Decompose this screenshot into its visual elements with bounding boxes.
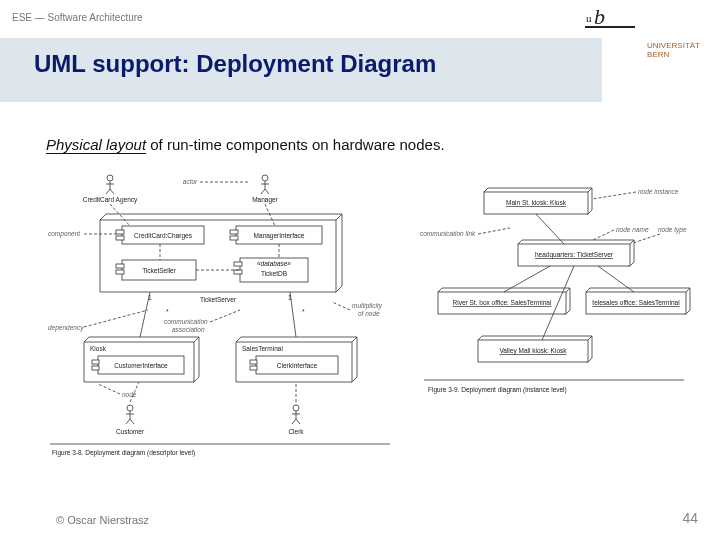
subtitle-rest: of run-time components on hardware nodes…	[146, 136, 445, 153]
svg-rect-23	[116, 264, 124, 268]
svg-text:«database»: «database»	[257, 260, 291, 267]
svg-line-4	[110, 189, 114, 194]
svg-text:TicketSeller: TicketSeller	[142, 267, 177, 274]
actor-clerk: Clerk	[288, 405, 304, 435]
footer-author: © Oscar Nierstrasz	[56, 514, 149, 526]
svg-line-73	[292, 419, 296, 424]
svg-rect-28	[234, 270, 242, 274]
node-telesales: telesales office: SalesTerminal	[586, 288, 690, 314]
svg-rect-58	[250, 360, 257, 364]
component-manager-interface: ManagerInterface	[230, 226, 322, 244]
node-valley-mall: Valley Mall kiosk: Kiosk	[478, 336, 592, 362]
svg-line-67	[130, 419, 134, 424]
actor-manager: Manager	[252, 175, 278, 204]
component-ticketdb: «database» TicketDB	[234, 258, 308, 282]
svg-text:Clerk: Clerk	[288, 428, 304, 435]
label-component: component	[48, 230, 81, 238]
svg-text:TicketDB: TicketDB	[261, 270, 287, 277]
svg-text:*: *	[302, 308, 305, 315]
svg-point-0	[107, 175, 113, 181]
label-communication-association: communication association	[164, 318, 208, 333]
svg-text:Valley Mall kiosk: Kiosk: Valley Mall kiosk: Kiosk	[499, 347, 567, 355]
svg-text:headquarters: TicketServer: headquarters: TicketServer	[535, 251, 614, 259]
svg-line-66	[126, 419, 130, 424]
university-name: UNIVERSITÄT BERN	[647, 42, 700, 60]
label-dependency: dependency	[48, 324, 84, 332]
university-logo: u b	[594, 4, 636, 40]
svg-line-74	[296, 419, 300, 424]
logo-bar	[585, 26, 635, 28]
svg-line-79	[478, 228, 510, 234]
svg-text:ManagerInterface: ManagerInterface	[254, 232, 305, 240]
page-title: UML support: Deployment Diagram	[34, 50, 436, 78]
deployment-diagram-instance: .t{font:6.5px Arial;fill:#222} .tl{font:…	[414, 172, 694, 432]
actor-customer: Customer	[116, 405, 145, 435]
svg-line-40	[210, 310, 240, 322]
label-node-type: node type	[658, 226, 687, 234]
svg-rect-24	[116, 270, 124, 274]
svg-line-61	[140, 292, 150, 337]
node-headquarters: headquarters: TicketServer	[518, 240, 634, 266]
svg-text:CreditCard Agency: CreditCard Agency	[83, 196, 138, 204]
label-multiplicity: multiplicity of node	[352, 302, 383, 317]
svg-line-54	[98, 384, 120, 394]
svg-text:ClerkInterface: ClerkInterface	[277, 362, 318, 369]
svg-rect-27	[234, 262, 242, 266]
component-clerk-interface: ClerkInterface	[250, 356, 338, 374]
svg-text:CustomerInterface: CustomerInterface	[114, 362, 168, 369]
figure-left: .t{font:6.5px Arial;fill:#222} .ti{font:…	[40, 172, 400, 462]
component-customer-interface: CustomerInterface	[92, 356, 184, 374]
figure-right: .t{font:6.5px Arial;fill:#222} .tl{font:…	[414, 172, 694, 462]
label-node-instance: node instance	[638, 188, 679, 195]
svg-line-11	[265, 189, 269, 194]
figure-left-caption: Figure 3-8. Deployment diagram (descript…	[52, 449, 195, 457]
svg-point-70	[293, 405, 299, 411]
svg-text:*: *	[166, 308, 169, 315]
svg-rect-59	[250, 366, 257, 370]
svg-rect-51	[92, 360, 99, 364]
svg-text:CreditCard:Charges: CreditCard:Charges	[134, 232, 193, 240]
svg-line-88	[536, 214, 564, 244]
university-line2: BERN	[647, 51, 700, 60]
subtitle: Physical layout of run-time components o…	[46, 136, 445, 153]
svg-line-43	[332, 302, 350, 310]
svg-rect-52	[92, 366, 99, 370]
svg-line-37	[84, 310, 148, 327]
svg-text:telesales office: SalesTermina: telesales office: SalesTerminal	[592, 299, 680, 306]
svg-text:communication: communication	[164, 318, 208, 325]
svg-rect-15	[116, 230, 124, 234]
node-kiosk: Kiosk CustomerInterface	[84, 337, 199, 382]
component-ticketseller: TicketSeller	[116, 260, 196, 280]
label-comm-link: communication link	[420, 230, 476, 237]
svg-text:multiplicity: multiplicity	[352, 302, 383, 310]
svg-point-63	[127, 405, 133, 411]
svg-text:Main St. kiosk: Kiosk: Main St. kiosk: Kiosk	[506, 199, 567, 206]
svg-line-3	[106, 189, 110, 194]
page-number: 44	[682, 510, 698, 526]
svg-text:of node: of node	[358, 310, 380, 317]
label-actor: actor	[183, 178, 198, 185]
svg-text:SalesTerminal: SalesTerminal	[242, 345, 283, 352]
node-salesterminal: SalesTerminal ClerkInterface	[236, 337, 357, 382]
svg-rect-19	[230, 230, 238, 234]
svg-line-62	[290, 292, 296, 337]
node-main-st-kiosk: Main St. kiosk: Kiosk	[484, 188, 592, 214]
svg-text:association: association	[172, 326, 205, 333]
logo-u: u	[586, 12, 592, 24]
node-ticketserver: CreditCard:Charges ManagerInterface Tick…	[100, 214, 342, 303]
svg-text:Kiosk: Kiosk	[90, 345, 107, 352]
component-credit-charges: CreditCard:Charges	[116, 226, 204, 244]
svg-rect-16	[116, 236, 124, 240]
svg-text:Manager: Manager	[252, 196, 278, 204]
deployment-diagram-descriptor: .t{font:6.5px Arial;fill:#222} .ti{font:…	[40, 172, 400, 462]
label-node-name: node name	[616, 226, 649, 233]
subtitle-emph: Physical layout	[46, 136, 146, 153]
figure-right-caption: Figure 3-9. Deployment diagram (instance…	[428, 386, 567, 394]
svg-line-78	[586, 192, 636, 200]
svg-text:River St. box office: SalesTer: River St. box office: SalesTerminal	[453, 299, 552, 306]
svg-text:Customer: Customer	[116, 428, 145, 435]
svg-line-10	[261, 189, 265, 194]
svg-point-7	[262, 175, 268, 181]
actor-credit-agency: CreditCard Agency	[83, 175, 138, 204]
node-ticketserver-label: TicketServer	[200, 296, 237, 303]
